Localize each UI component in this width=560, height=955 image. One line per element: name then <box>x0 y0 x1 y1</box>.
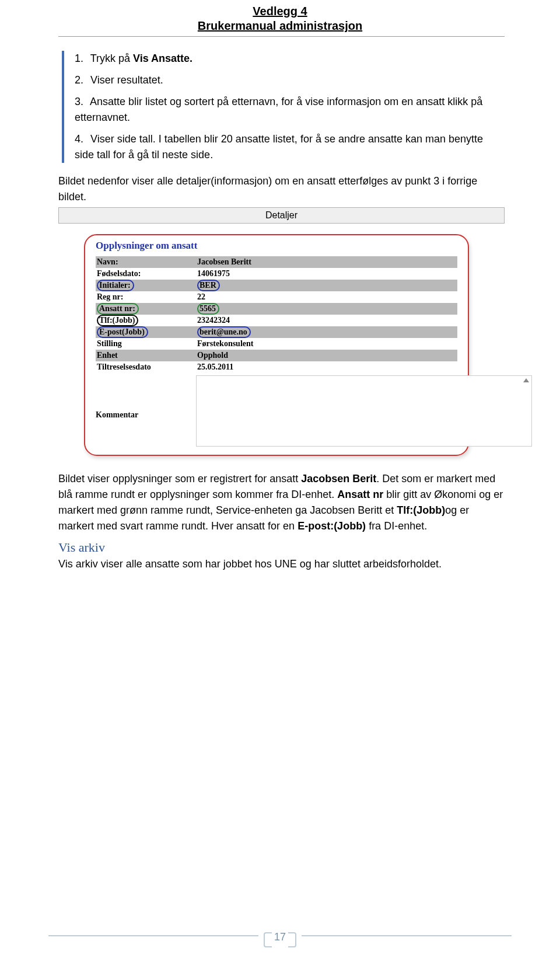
value-tlfjobb: 23242324 <box>196 316 457 325</box>
row-ansattnr: Ansatt nr: 5565 <box>96 303 457 315</box>
value-regnr: 22 <box>196 292 457 302</box>
details-panel: Opplysninger om ansatt Navn: Jacobsen Be… <box>84 234 469 456</box>
vis-arkiv-text: Vis arkiv viser alle ansatte som har job… <box>58 556 505 572</box>
label-initialer: Initialer: <box>97 280 134 291</box>
step-2: 2. Viser resultatet. <box>75 72 505 88</box>
label-stilling: Stilling <box>96 339 196 348</box>
label-regnr: Reg nr: <box>96 292 196 302</box>
step-4-text: Viser side tall. I tabellen blir 20 ansa… <box>75 133 483 161</box>
panel-heading: Opplysninger om ansatt <box>96 240 457 252</box>
label-navn: Navn: <box>96 257 196 267</box>
detaljer-tab-bar: Detaljer <box>58 207 505 224</box>
row-enhet: Enhet Opphold <box>96 350 457 361</box>
row-navn: Navn: Jacobsen Beritt <box>96 256 457 268</box>
scroll-up-icon[interactable] <box>523 378 529 382</box>
doc-header-title: Vedlegg 4 <box>0 5 560 18</box>
p2-e: fra DI-enhet. <box>366 520 427 532</box>
intro-paragraph: Bildet nedenfor viser alle detaljer(info… <box>58 173 505 205</box>
p2-bold3: Tlf:(Jobb) <box>397 504 445 516</box>
kommentar-textarea[interactable] <box>196 375 532 447</box>
step-1-bold: Vis Ansatte. <box>133 53 192 64</box>
footer-rule-right <box>302 935 512 936</box>
p2-a: Bildet viser opplysninger som er registr… <box>58 473 301 485</box>
value-ansattnr: 5565 <box>197 303 219 315</box>
footer-rule-left <box>48 935 258 936</box>
value-initialer: BER <box>197 280 220 291</box>
row-tiltredelse: Tiltreselsesdato 25.05.2011 <box>96 361 457 373</box>
doc-header-subtitle: Brukermanual administrasjon <box>0 19 560 33</box>
step-2-text: Viser resultatet. <box>90 74 163 86</box>
page-number: 17 <box>265 931 295 943</box>
row-tlfjobb: Tlf:(Jobb) 23242324 <box>96 315 457 326</box>
value-fodselsdato: 14061975 <box>196 269 457 278</box>
row-regnr: Reg nr: 22 <box>96 291 457 303</box>
step-3-text: Ansatte blir listet og sortert på ettern… <box>75 96 482 123</box>
explanation-paragraph: Bildet viser opplysninger som er registr… <box>58 471 505 534</box>
label-epostjobb: E-post(Jobb) <box>97 326 148 338</box>
row-stilling: Stilling Førstekonsulent <box>96 338 457 350</box>
step-1: 1. Trykk på Vis Ansatte. <box>75 51 505 67</box>
step-4: 4. Viser side tall. I tabellen blir 20 a… <box>75 131 505 163</box>
value-stilling: Førstekonsulent <box>196 339 457 348</box>
label-fodselsdato: Fødselsdato: <box>96 269 196 278</box>
value-navn: Jacobsen Beritt <box>196 257 457 267</box>
detaljer-label: Detaljer <box>265 210 298 220</box>
step-1-pre: Trykk på <box>90 53 133 64</box>
p2-bold2: Ansatt nr <box>337 489 383 500</box>
kommentar-label: Kommentar <box>96 410 138 420</box>
row-epostjobb: E-post(Jobb) berit@une.no <box>96 326 457 338</box>
vis-arkiv-heading: Vis arkiv <box>58 540 505 555</box>
label-ansattnr: Ansatt nr: <box>97 303 139 315</box>
label-enhet: Enhet <box>96 351 196 360</box>
value-epostjobb: berit@une.no <box>197 326 251 338</box>
label-tiltredelse: Tiltreselsesdato <box>96 363 196 372</box>
numbered-steps: 1. Trykk på Vis Ansatte. 2. Viser result… <box>62 51 505 163</box>
value-enhet: Opphold <box>196 351 457 360</box>
header-rule <box>58 36 505 37</box>
p2-bold4: E-post:(Jobb) <box>298 520 366 532</box>
row-initialer: Initialer: BER <box>96 280 457 291</box>
p2-bold1: Jacobsen Berit <box>301 473 376 485</box>
row-fodselsdato: Fødselsdato: 14061975 <box>96 268 457 280</box>
label-tlfjobb: Tlf:(Jobb) <box>97 315 138 326</box>
value-tiltredelse: 25.05.2011 <box>196 363 457 372</box>
step-3: 3. Ansatte blir listet og sortert på ett… <box>75 94 505 126</box>
page-footer: 17 <box>0 931 560 943</box>
